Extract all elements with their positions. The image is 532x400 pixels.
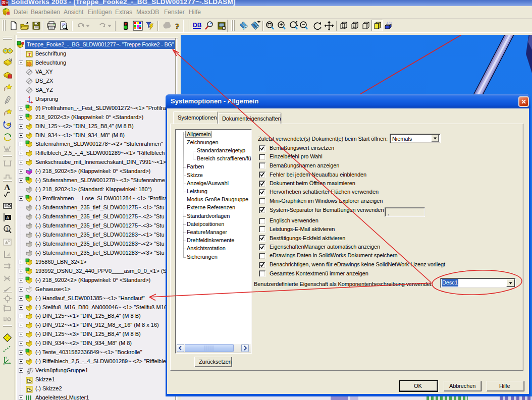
svg-text:DB: DB xyxy=(193,22,202,29)
svg-text:T: T xyxy=(28,52,31,57)
svg-text:?: ? xyxy=(175,22,180,31)
